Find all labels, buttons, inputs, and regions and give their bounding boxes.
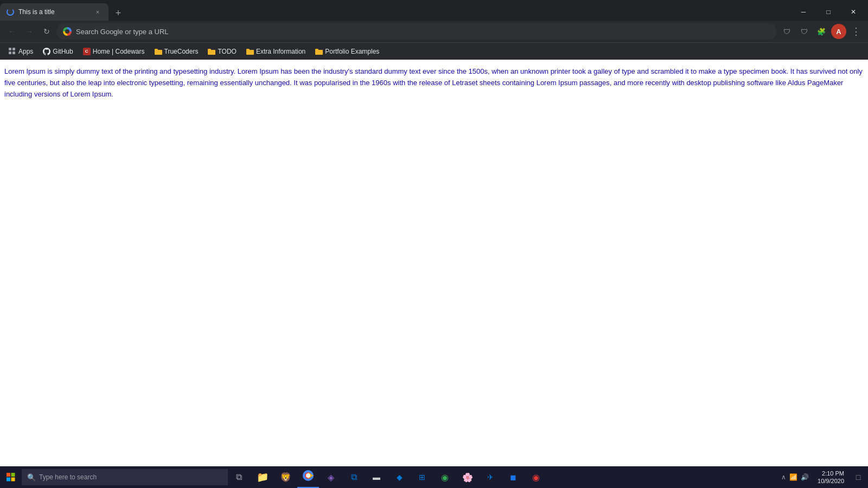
bookmark-codewars-label: Home | Codewars [93,48,145,55]
tracking-shield-icon: 🛡 [783,28,790,36]
folder-portfolio-icon [315,48,323,55]
bookmark-apps[interactable]: Apps [4,45,37,58]
bookmark-codewars[interactable]: C Home | Codewars [79,45,149,58]
brave-icon: 🦁 [280,472,291,483]
network-icon[interactable]: 📶 [789,473,797,481]
github-icon [43,48,50,55]
address-bar-text: Search Google or type a URL [76,28,770,36]
bookmark-todo[interactable]: TODO [203,45,240,58]
vscode-icon: ⧉ [351,472,357,482]
bookmark-truecoders[interactable]: TrueCoders [150,45,203,58]
folder-extra-icon [246,48,254,55]
codewars-icon: C [83,48,91,55]
notification-icon: □ [856,473,860,481]
folder-todo-icon [208,48,215,55]
notification-center-button[interactable]: □ [848,466,868,488]
lorem-ipsum-text: Lorem Ipsum is simply dummy text of the … [4,66,864,100]
svg-point-10 [306,473,310,478]
svg-rect-1 [12,48,15,50]
start-button[interactable] [0,466,22,488]
more-options-icon: ⋮ [851,25,861,37]
windows-logo-icon [7,473,15,481]
minimize-button[interactable]: ─ [791,3,816,21]
blue-app-icon: ✈ [487,473,494,481]
address-bar-container: Search Google or type a URL [56,23,777,40]
blue-app-button[interactable]: ✈ [480,466,501,488]
terminal-button[interactable]: ▬ [366,466,387,488]
paint-app-button[interactable]: ◼ [502,466,524,488]
bookmarks-bar: Apps GitHub C Home | Codewars TrueCoders [0,42,868,60]
taskbar-clock[interactable]: 2:10 PM 10/9/2020 [813,470,848,485]
window-controls: ─ □ ✕ [791,3,868,21]
brave-browser-button[interactable]: 🦁 [275,466,296,488]
azure-icon: ◆ [397,473,403,481]
address-bar[interactable]: Search Google or type a URL [56,23,777,40]
apps-grid-icon [9,48,16,55]
taskbar-apps: 📁 🦁 ◈ ⧉ ▬ [250,466,777,488]
azure-data-studio-button[interactable]: ◆ [388,466,410,488]
tab-bar: This is a title × + ─ □ ✕ [0,0,868,21]
volume-icon[interactable]: 🔊 [801,473,809,481]
tracking-protection-button[interactable]: 🛡 [779,24,794,39]
bookmark-extra-information-label: Extra Information [256,48,305,55]
bookmark-apps-label: Apps [18,48,33,55]
bookmark-github-label: GitHub [53,48,73,55]
browser-chrome: This is a title × + ─ □ ✕ ← → ↻ Search G… [0,0,868,60]
back-button[interactable]: ← [4,24,20,39]
folder-truecoders-icon [155,48,162,55]
visual-studio-community-button[interactable]: ◈ [320,466,342,488]
google-logo-icon [63,27,72,36]
new-tab-button[interactable]: + [111,5,126,21]
clock-date: 10/9/2020 [818,477,844,485]
chrome-shield-button[interactable]: 🛡 [796,24,812,39]
tab-close-button[interactable]: × [93,8,102,16]
file-explorer-icon: 📁 [257,471,269,483]
back-icon: ← [8,27,16,36]
bookmark-portfolio-examples[interactable]: Portfolio Examples [311,45,384,58]
extensions-button[interactable]: 🧩 [814,24,829,39]
maximize-button[interactable]: □ [816,3,841,21]
terminal-icon: ▬ [373,473,380,481]
task-view-button[interactable]: ⧉ [228,466,250,488]
taskbar: 🔍 Type here to search ⧉ 📁 🦁 [0,466,868,488]
taskbar-search-box[interactable]: 🔍 Type here to search [22,469,228,485]
svg-rect-2 [9,52,11,54]
svg-rect-3 [12,52,15,54]
svg-rect-5 [11,473,15,477]
profile-letter: A [836,28,841,36]
shield-icon: 🛡 [801,28,808,36]
photos-app-button[interactable]: 🌸 [457,466,478,488]
show-hidden-icons-button[interactable]: ∧ [781,473,786,481]
task-view-icon: ⧉ [236,472,242,482]
reload-icon: ↻ [43,27,50,36]
vs-community-icon: ◈ [328,472,334,483]
tab-favicon-spinner [7,8,14,16]
red-app-icon: ◉ [532,472,540,483]
bookmark-portfolio-examples-label: Portfolio Examples [325,48,379,55]
chrome-menu-button[interactable]: ⋮ [848,24,864,39]
bookmark-todo-label: TODO [218,48,236,55]
red-app-button[interactable]: ◉ [525,466,547,488]
file-explorer-button[interactable]: 📁 [252,466,273,488]
bookmark-github[interactable]: GitHub [39,45,77,58]
active-tab[interactable]: This is a title × [0,3,108,21]
svg-rect-6 [7,478,10,481]
green-app-button[interactable]: ◉ [434,466,456,488]
chrome-taskbar-icon [303,470,314,483]
green-app-icon: ◉ [441,472,449,483]
vscode-button[interactable]: ⧉ [343,466,365,488]
page-content: Lorem Ipsum is simply dummy text of the … [0,60,868,466]
chrome-app-button[interactable] [297,466,319,488]
clock-time: 2:10 PM [822,470,844,477]
taskbar-search-icon: 🔍 [27,473,36,481]
toolbar: ← → ↻ Search Google or type a URL 🛡 🛡 🧩 … [0,21,868,42]
bookmark-extra-information[interactable]: Extra Information [242,45,310,58]
grid-app-button[interactable]: ⊞ [411,466,433,488]
reload-button[interactable]: ↻ [39,24,54,39]
profile-button[interactable]: A [831,24,846,39]
photos-icon: 🌸 [462,472,473,483]
system-tray: ∧ 📶 🔊 [777,473,813,481]
close-button[interactable]: ✕ [841,3,866,21]
forward-button[interactable]: → [22,24,37,39]
tab-title: This is a title [18,8,89,16]
